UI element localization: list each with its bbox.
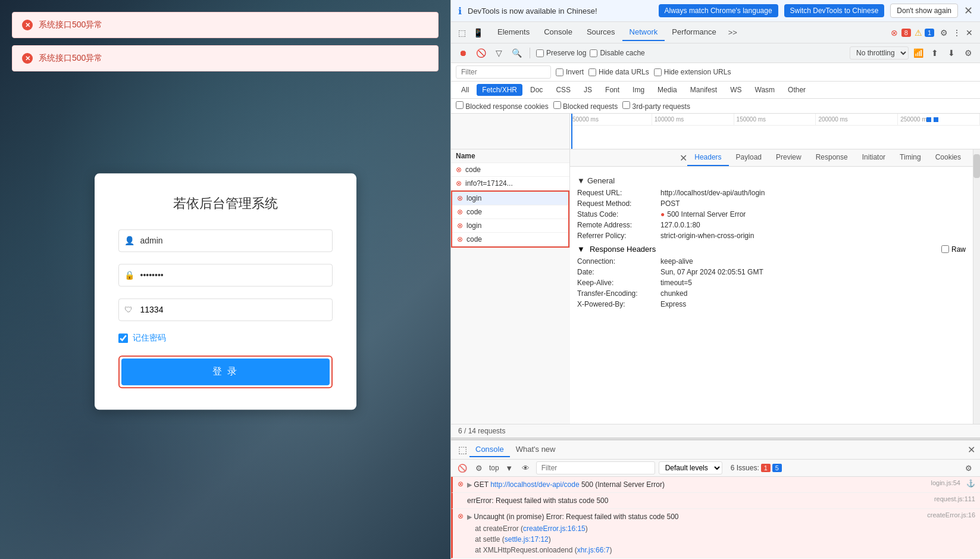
disable-cache-label[interactable]: Disable cache	[590, 49, 644, 57]
type-font[interactable]: Font	[600, 84, 625, 96]
upload-icon[interactable]: ⬆	[928, 46, 942, 60]
third-party-label[interactable]: 3rd-party requests	[622, 101, 690, 111]
download-icon[interactable]: ⬇	[944, 46, 959, 60]
detail-tab-response[interactable]: Response	[809, 149, 855, 166]
type-img[interactable]: Img	[627, 84, 650, 96]
type-css[interactable]: CSS	[550, 84, 576, 96]
device-icon[interactable]: 📱	[471, 26, 486, 40]
remember-label[interactable]: 记住密码	[133, 333, 166, 343]
request-item-3[interactable]: ⊗ code	[452, 205, 568, 219]
invert-label[interactable]: Invert	[556, 68, 584, 76]
blocked-response-label[interactable]: Blocked response cookies	[456, 101, 549, 111]
keepalive-key: Keep-Alive:	[577, 279, 660, 287]
msg-link-1[interactable]: http://localhost/dev-api/code	[490, 480, 579, 489]
tab-network[interactable]: Network	[622, 24, 665, 41]
type-ws[interactable]: WS	[725, 84, 747, 96]
record-btn[interactable]: ⏺	[456, 46, 470, 60]
throttling-select[interactable]: No throttling	[850, 46, 909, 60]
msg-source-3[interactable]: createError.js:16	[927, 511, 975, 519]
preserve-log-checkbox[interactable]	[536, 49, 544, 57]
console-level-select[interactable]: Default levels	[659, 461, 722, 474]
invert-checkbox[interactable]	[556, 68, 563, 76]
console-expand-icon[interactable]: ⬚	[456, 442, 469, 458]
detail-close-btn[interactable]: ✕	[680, 149, 687, 166]
hide-extension-urls-checkbox[interactable]	[654, 68, 662, 76]
hide-data-urls-checkbox[interactable]	[588, 68, 596, 76]
wifi-icon[interactable]: 📶	[911, 46, 925, 60]
status-code-key: Status Code:	[577, 210, 660, 218]
info-close-btn[interactable]: ✕	[964, 4, 973, 17]
raw-label[interactable]: Raw	[941, 245, 966, 254]
detail-tab-initiator[interactable]: Initiator	[855, 149, 893, 166]
console-close-btn[interactable]: ✕	[968, 444, 975, 455]
preserve-log-label[interactable]: Preserve log	[536, 49, 586, 57]
console-eye-icon[interactable]: 👁	[519, 461, 533, 474]
switch-chinese-btn[interactable]: Switch DevTools to Chinese	[784, 4, 885, 17]
tab-more-btn[interactable]: >>	[724, 26, 742, 39]
xpowered-key: X-Powered-By:	[577, 300, 660, 308]
blocked-response-checkbox[interactable]	[456, 101, 464, 109]
request-item-2[interactable]: ⊗ login	[452, 192, 568, 205]
match-language-btn[interactable]: Always match Chrome's language	[659, 4, 778, 17]
msg-source-2[interactable]: request.js:111	[934, 495, 975, 502]
type-fetch-xhr[interactable]: Fetch/XHR	[477, 84, 522, 96]
network-settings-icon[interactable]: ⚙	[961, 46, 975, 60]
msg-expand-3[interactable]: ▶	[467, 513, 472, 520]
xhr-link[interactable]: xhr.js:66:7	[577, 546, 610, 554]
hide-data-urls-label[interactable]: Hide data URLs	[588, 68, 649, 76]
request-item-4[interactable]: ⊗ login	[452, 219, 568, 233]
console-clear-btn[interactable]: 🚫	[456, 461, 469, 474]
console-gear-icon[interactable]: ⚙	[962, 461, 975, 474]
request-item-0[interactable]: ⊗ code	[451, 163, 569, 177]
detail-scrollbar[interactable]	[973, 149, 980, 424]
settings-icon[interactable]: ⚙	[938, 26, 950, 40]
console-tab-console[interactable]: Console	[469, 442, 510, 457]
console-settings-btn[interactable]: ⚙	[472, 461, 486, 474]
type-media[interactable]: Media	[652, 84, 682, 96]
detail-tab-headers[interactable]: Headers	[687, 149, 728, 166]
req-name-1: info?t=17124...	[465, 179, 513, 188]
console-tab-whatsnew[interactable]: What's new	[510, 442, 562, 457]
type-other[interactable]: Other	[782, 84, 811, 96]
type-all[interactable]: All	[456, 84, 474, 96]
create-error-link[interactable]: createError.js:16:15	[523, 524, 586, 533]
search-btn[interactable]: 🔍	[509, 46, 524, 60]
request-item-5[interactable]: ⊗ code	[452, 233, 568, 246]
tab-console[interactable]: Console	[537, 24, 580, 41]
devtools-close-btn[interactable]: ✕	[963, 26, 975, 40]
hide-extension-urls-label[interactable]: Hide extension URLs	[654, 68, 731, 76]
console-context-arrow[interactable]: ▼	[503, 461, 516, 474]
inspect-icon[interactable]: ⬚	[456, 26, 468, 40]
login-button[interactable]: 登 录	[121, 358, 330, 385]
password-input[interactable]	[118, 264, 333, 286]
detail-tab-timing[interactable]: Timing	[893, 149, 928, 166]
tab-performance[interactable]: Performance	[665, 24, 723, 41]
filter-input[interactable]	[456, 65, 551, 79]
username-input[interactable]	[118, 229, 333, 252]
dont-show-btn[interactable]: Don't show again	[890, 4, 958, 18]
type-doc[interactable]: Doc	[525, 84, 548, 96]
more-options-icon[interactable]: ⋮	[950, 26, 963, 40]
blocked-requests-label[interactable]: Blocked requests	[553, 101, 618, 111]
captcha-input[interactable]	[118, 298, 333, 321]
detail-tab-payload[interactable]: Payload	[729, 149, 769, 166]
remember-checkbox[interactable]	[118, 333, 128, 343]
type-manifest[interactable]: Manifest	[685, 84, 722, 96]
detail-tab-cookies[interactable]: Cookies	[928, 149, 968, 166]
request-item-1[interactable]: ⊗ info?t=17124...	[451, 177, 569, 191]
tab-sources[interactable]: Sources	[580, 24, 622, 41]
msg-expand-1[interactable]: ▶	[467, 481, 472, 488]
raw-checkbox[interactable]	[941, 245, 949, 253]
console-filter-input[interactable]	[536, 461, 655, 474]
msg-source-1[interactable]: login.js:54	[931, 479, 960, 486]
blocked-requests-checkbox[interactable]	[553, 101, 561, 109]
settle-link[interactable]: settle.js:17:12	[505, 535, 549, 544]
tab-elements[interactable]: Elements	[490, 24, 537, 41]
detail-tab-preview[interactable]: Preview	[769, 149, 809, 166]
clear-btn[interactable]: 🚫	[474, 46, 488, 60]
third-party-checkbox[interactable]	[622, 101, 630, 109]
type-js[interactable]: JS	[578, 84, 597, 96]
disable-cache-checkbox[interactable]	[590, 49, 597, 57]
type-wasm[interactable]: Wasm	[750, 84, 781, 96]
filter-icon-btn[interactable]: ▽	[491, 46, 506, 60]
